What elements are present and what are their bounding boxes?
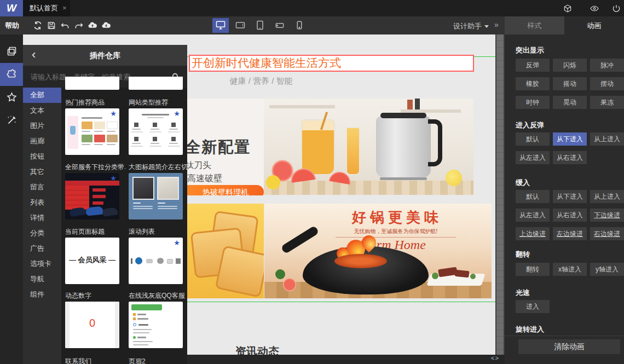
anim-button[interactable]: 从左进入 <box>516 209 550 222</box>
device-phone-landscape-icon[interactable] <box>271 18 288 33</box>
anim-button[interactable]: y轴进入 <box>590 263 624 276</box>
widget-cube-icon[interactable] <box>562 4 574 13</box>
anim-button[interactable]: x轴进入 <box>553 263 587 276</box>
canvas-scrollbar[interactable] <box>495 34 505 355</box>
category-item[interactable]: 按钮 <box>23 149 61 164</box>
sidebar-magic-wand-icon[interactable] <box>0 109 23 132</box>
favorite-star-icon[interactable]: ★ <box>110 110 117 117</box>
sidebar-pages-icon[interactable] <box>0 40 23 63</box>
plugin-card-hot-products[interactable]: ★ <box>65 108 119 155</box>
category-item[interactable]: 留言 <box>23 180 61 195</box>
thumb-icon <box>153 123 157 127</box>
anim-button[interactable]: 橡胶 <box>516 77 550 90</box>
news-section-heading[interactable]: 资讯动态 <box>235 344 279 355</box>
anim-button[interactable]: 翻转 <box>516 263 550 276</box>
category-item[interactable]: 组件 <box>23 287 61 302</box>
category-item[interactable]: 详情 <box>23 210 61 226</box>
thumb-qq-icon <box>133 313 136 316</box>
plugin-card-site-types[interactable]: ★ <box>129 108 183 155</box>
anim-button[interactable]: 进入 <box>516 300 550 313</box>
device-phone-portrait-icon[interactable] <box>291 18 308 33</box>
category-item[interactable]: 其它 <box>23 164 61 180</box>
save-icon[interactable] <box>47 21 56 30</box>
wok-banner-title: 好锅更美味 <box>352 208 442 227</box>
juice-glass <box>346 127 360 175</box>
page-banner-subtitle[interactable]: 健康 / 营养 / 智能 <box>204 76 319 86</box>
anim-button[interactable]: 从上进入 <box>590 132 624 146</box>
undo-icon[interactable] <box>60 21 70 30</box>
banner-feature-1: 钛刀头 <box>185 160 211 171</box>
photo-shelf <box>269 105 335 108</box>
anim-button[interactable]: 左边缘进 <box>553 227 587 240</box>
cloud-upload-icon[interactable] <box>88 21 97 30</box>
canvas-scrollbar-thumb[interactable] <box>496 34 504 355</box>
anim-button[interactable]: 下边缘进 <box>590 209 624 222</box>
plugin-card-partial[interactable] <box>65 77 119 90</box>
category-item[interactable]: 画廊 <box>23 134 61 149</box>
category-item[interactable]: 导航 <box>23 271 61 287</box>
selected-title-element[interactable]: 开创新时代健康智能生活方式 <box>189 55 474 72</box>
tab-animation[interactable]: 动画 <box>564 16 624 34</box>
plugin-card-dropdown-menu[interactable]: ★ <box>65 173 119 219</box>
device-tablet-landscape-icon[interactable] <box>232 18 249 33</box>
left-sidebar <box>0 34 23 364</box>
plugin-card-partial[interactable] <box>129 77 183 90</box>
anim-button[interactable]: 默认 <box>516 132 550 146</box>
category-item[interactable]: 选项卡 <box>23 256 61 271</box>
anim-button[interactable]: 从下进入 <box>553 190 587 203</box>
category-item[interactable]: 分类 <box>23 226 61 241</box>
preview-eye-icon[interactable] <box>588 4 600 13</box>
kettle-juice-photo[interactable] <box>264 99 473 195</box>
design-assistant-menu[interactable]: 设计助手 <box>453 21 489 31</box>
sidebar-favorites-icon[interactable] <box>0 86 23 109</box>
device-desktop-icon[interactable] <box>212 18 229 33</box>
anim-button[interactable]: 果冻 <box>590 96 624 109</box>
plugin-card-big-image-slider[interactable] <box>129 173 183 219</box>
anim-button[interactable]: 晃动 <box>553 96 587 109</box>
anim-button[interactable]: 右边缘进 <box>590 227 624 240</box>
sidebar-plugins-icon[interactable] <box>0 63 23 86</box>
power-exit-icon[interactable] <box>610 4 622 13</box>
page-tab[interactable]: 默认首页× <box>23 0 70 16</box>
code-view-icon[interactable]: <> <box>491 355 499 362</box>
plugin-card-page-title[interactable]: — 会员风采 — <box>65 238 119 284</box>
cloud-download-icon[interactable] <box>101 21 111 30</box>
anim-button[interactable]: 从左进入 <box>516 151 550 164</box>
redo-icon[interactable] <box>74 21 84 30</box>
anim-button[interactable]: 摇动 <box>553 77 587 90</box>
anim-button[interactable]: 默认 <box>516 190 550 203</box>
anim-button[interactable]: 从右进入 <box>553 151 587 164</box>
plugin-card-scroll-list[interactable]: ★ <box>129 238 183 284</box>
favorite-star-icon[interactable]: ★ <box>174 239 180 246</box>
anim-button[interactable]: 从右进入 <box>553 209 587 222</box>
plugin-card-dynamic-number[interactable]: 0 <box>65 302 119 348</box>
kettle-handle <box>428 119 442 166</box>
thumb-number: 0 <box>65 317 119 330</box>
plugin-card-qq-service[interactable] <box>129 302 183 348</box>
tab-close-icon[interactable]: × <box>62 4 67 12</box>
category-item[interactable]: 广告 <box>23 241 61 256</box>
refresh-icon[interactable] <box>33 21 43 30</box>
anim-button[interactable]: 闪烁 <box>553 59 587 72</box>
anim-button[interactable]: 脉冲 <box>590 59 624 72</box>
plugin-panel-title: 插件仓库 <box>23 45 187 66</box>
category-item[interactable]: 全部 <box>23 88 61 103</box>
anim-button[interactable]: 从上进入 <box>590 190 624 203</box>
category-item[interactable]: 文本 <box>23 103 61 118</box>
anim-button[interactable]: 时钟 <box>516 96 550 109</box>
anim-button[interactable]: 反弹 <box>516 59 550 72</box>
favorite-star-icon[interactable]: ★ <box>174 110 180 117</box>
category-item[interactable]: 列表 <box>23 195 61 210</box>
anim-button[interactable]: 摆动 <box>590 77 624 90</box>
section-heading: 突出显示 <box>516 45 544 55</box>
category-item[interactable]: 图片 <box>23 118 61 134</box>
plugin-label: 大图标题简介左右切... <box>129 163 189 172</box>
tab-style[interactable]: 样式 <box>505 16 564 34</box>
wok-banner[interactable]: 好锅更美味 无忧购物，至诚服务为你保驾护航! Warm Home <box>264 204 492 298</box>
clear-animation-button[interactable]: 清除动画 <box>518 339 620 354</box>
help-label[interactable]: 帮助 <box>5 21 19 31</box>
device-tablet-portrait-icon[interactable] <box>252 18 268 33</box>
anim-button[interactable]: 上边缘进 <box>516 227 550 240</box>
collapse-panel-icon[interactable]: » <box>494 20 499 29</box>
anim-button-selected[interactable]: 从下进入 <box>553 132 587 146</box>
